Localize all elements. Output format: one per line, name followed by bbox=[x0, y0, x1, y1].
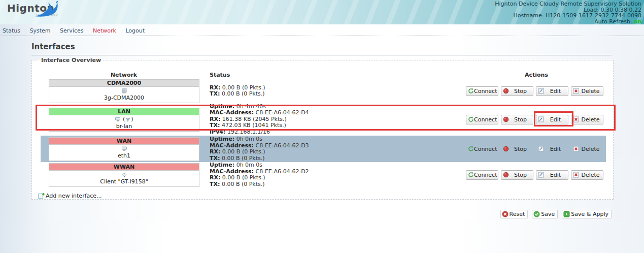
stop-button[interactable]: Stop bbox=[501, 170, 533, 180]
delete-button[interactable]: Delete bbox=[571, 144, 603, 154]
delete-button[interactable]: Delete bbox=[571, 115, 603, 124]
delete-button[interactable]: Delete bbox=[571, 86, 603, 96]
stop-button[interactable]: Stop bbox=[501, 144, 533, 154]
edit-button[interactable]: Edit bbox=[536, 115, 568, 124]
save-button[interactable]: Save bbox=[532, 210, 558, 218]
device-name: eth1 bbox=[49, 152, 199, 159]
connect-button[interactable]: Connect bbox=[466, 86, 498, 96]
interface-overview-fieldset: Interface Overview Network Status Action… bbox=[31, 57, 614, 200]
delete-icon bbox=[573, 146, 579, 152]
connect-button[interactable]: Connect bbox=[466, 144, 498, 154]
main-nav: Status System Services Network Logout bbox=[3, 27, 152, 34]
save-icon bbox=[533, 211, 540, 217]
table-row-cdma2000: CDMA2000 3g-CDMA2000 RX: 0.00 B (0 Pkts.… bbox=[38, 79, 607, 103]
logo: Hignton technology bbox=[7, 3, 73, 16]
actions-cell: Connect Stop Edit Delete bbox=[466, 86, 607, 96]
network-box-wwan: WWAN Client "GT-I9158" bbox=[49, 163, 199, 187]
column-header-status: Status bbox=[210, 72, 466, 79]
auto-refresh-toggle[interactable]: on bbox=[634, 18, 641, 25]
table-row-wan: WAN eth1 Uptime: 0h 0m 0s MAC-Address: C… bbox=[41, 136, 606, 162]
status-cell: Uptime: 0h 0m 0s MAC-Address: C8:EE:A6:0… bbox=[210, 162, 466, 187]
connect-icon bbox=[468, 172, 474, 178]
delete-button[interactable]: Delete bbox=[571, 170, 603, 180]
add-icon bbox=[38, 193, 45, 199]
save-apply-button[interactable]: Save & Apply bbox=[562, 210, 612, 218]
ethernet-port-icon bbox=[49, 146, 199, 152]
nav-divider bbox=[0, 36, 644, 36]
status-cell: Uptime: 0h 0m 0s MAC-Address: C8:EE:A6:0… bbox=[210, 136, 466, 162]
stop-icon bbox=[503, 116, 509, 122]
status-cell: Uptime: 0h 4m 40s MAC-Address: C8:EE:A6:… bbox=[210, 104, 466, 136]
network-name: WAN bbox=[49, 138, 199, 145]
top-header-band: Hignton technology Hignton Device Cloudy… bbox=[0, 0, 644, 24]
table-row-wwan: WWAN Client "GT-I9158" Uptime: 0h 0m 0s … bbox=[38, 162, 607, 187]
wifi-icon bbox=[49, 172, 199, 178]
reset-icon bbox=[502, 211, 509, 217]
status-cell: RX: 0.00 B (0 Pkts.) TX: 0.00 B (0 Pkts.… bbox=[210, 85, 466, 98]
stop-button[interactable]: Stop bbox=[501, 115, 533, 124]
edit-icon bbox=[538, 146, 544, 152]
nav-item-system[interactable]: System bbox=[30, 27, 51, 34]
delete-icon bbox=[573, 88, 579, 94]
edit-icon bbox=[538, 88, 544, 94]
connect-button[interactable]: Connect bbox=[466, 115, 498, 124]
actions-cell: Connect Stop Edit Delete bbox=[466, 144, 606, 154]
wifi-icon bbox=[125, 117, 131, 122]
actions-cell: Connect Stop Edit Delete bbox=[466, 170, 607, 180]
column-header-actions: Actions bbox=[466, 72, 607, 79]
device-name: 3g-CDMA2000 bbox=[49, 94, 199, 101]
antelope-logo-icon bbox=[33, 1, 61, 18]
network-name: LAN bbox=[49, 108, 199, 115]
bridge-icons: () bbox=[49, 116, 199, 123]
ethernet-port-icon bbox=[115, 117, 121, 122]
table-row-lan: LAN () br-lan Uptime: 0h 4m 40s MAC-Addr… bbox=[38, 103, 607, 136]
edit-button[interactable]: Edit bbox=[536, 170, 568, 180]
footer-buttons: Reset Save Save & Apply bbox=[496, 210, 612, 218]
nav-item-network[interactable]: Network bbox=[93, 27, 116, 34]
network-box-lan: LAN () br-lan bbox=[49, 108, 199, 132]
network-box-wan: WAN eth1 bbox=[49, 137, 199, 161]
host-info: Hignton Device Cloudy Remote Supervisory… bbox=[495, 1, 641, 24]
fieldset-legend: Interface Overview bbox=[39, 57, 103, 64]
edit-icon bbox=[538, 172, 544, 178]
network-box-cdma2000: CDMA2000 3g-CDMA2000 bbox=[49, 79, 199, 103]
modem-icon bbox=[49, 88, 199, 94]
reset-button[interactable]: Reset bbox=[500, 210, 528, 218]
stop-icon bbox=[503, 172, 509, 178]
stop-button[interactable]: Stop bbox=[501, 86, 533, 96]
delete-icon bbox=[573, 172, 579, 178]
connect-icon bbox=[468, 116, 474, 122]
stop-icon bbox=[503, 146, 509, 152]
edit-button[interactable]: Edit bbox=[536, 144, 568, 154]
network-name: WWAN bbox=[49, 164, 199, 171]
actions-cell: Connect Stop Edit Delete bbox=[466, 115, 607, 124]
edit-button[interactable]: Edit bbox=[536, 86, 568, 96]
nav-item-status[interactable]: Status bbox=[3, 27, 20, 34]
page-title: Interfaces bbox=[31, 42, 612, 55]
connect-icon bbox=[468, 88, 474, 94]
nav-item-logout[interactable]: Logout bbox=[125, 27, 145, 34]
product-title: Hignton Device Cloudy Remote Supervisory… bbox=[495, 1, 641, 7]
network-name: CDMA2000 bbox=[49, 80, 199, 87]
device-name: Client "GT-I9158" bbox=[49, 178, 199, 185]
column-header-network: Network bbox=[38, 72, 210, 79]
auto-refresh-label: Auto Refresh: bbox=[594, 18, 632, 25]
stop-icon bbox=[503, 88, 509, 94]
delete-icon bbox=[573, 116, 579, 122]
device-name: br-lan bbox=[49, 123, 199, 130]
edit-icon bbox=[538, 116, 544, 122]
connect-button[interactable]: Connect bbox=[466, 170, 498, 180]
auto-refresh: Auto Refresh:on bbox=[495, 19, 641, 25]
save-apply-icon bbox=[563, 211, 570, 217]
nav-item-services[interactable]: Services bbox=[60, 27, 83, 34]
add-new-interface-link[interactable]: Add new interface... bbox=[38, 193, 607, 199]
table-header-row: Network Status Actions bbox=[38, 72, 607, 79]
connect-icon bbox=[468, 146, 474, 152]
